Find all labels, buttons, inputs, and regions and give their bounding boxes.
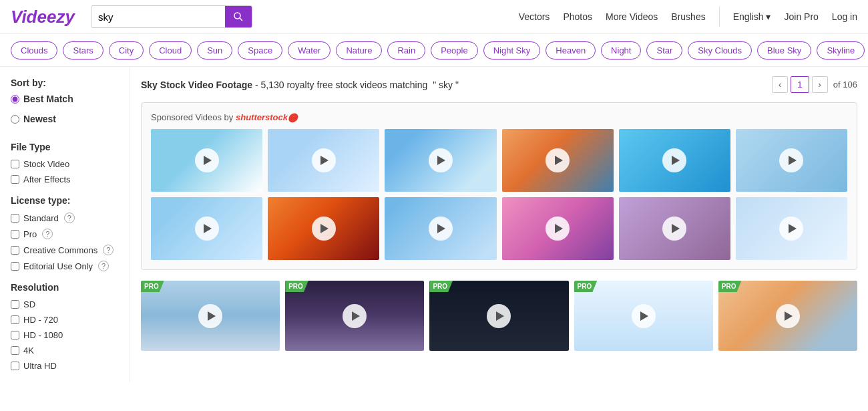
logo: Videezy <box>11 7 75 27</box>
svg-line-1 <box>240 18 242 21</box>
tag-clouds[interactable]: Clouds <box>11 41 57 59</box>
search-term: " sky " <box>433 80 459 90</box>
sort-best-match[interactable]: Best Match <box>11 94 119 104</box>
res-ultra-hd[interactable]: Ultra HD <box>11 361 119 371</box>
editorial-help-icon[interactable]: ? <box>98 261 109 271</box>
play-button-10[interactable] <box>546 217 570 241</box>
tag-cloud[interactable]: Cloud <box>149 41 192 59</box>
login-link[interactable]: Log in <box>832 11 857 22</box>
divider <box>719 7 720 27</box>
nav-brushes[interactable]: Brushes <box>671 11 705 22</box>
sponsored-video-10[interactable] <box>502 197 614 260</box>
pagination-current: 1 <box>791 76 809 93</box>
sponsored-video-12[interactable] <box>736 197 847 260</box>
sponsored-video-8[interactable] <box>268 197 379 260</box>
res-hd1080[interactable]: HD - 1080 <box>11 330 119 340</box>
res-4k[interactable]: 4K <box>11 346 119 356</box>
editorial-checkbox[interactable] <box>11 262 19 271</box>
tag-sun[interactable]: Sun <box>197 41 232 59</box>
pro-badge-3: PRO <box>429 281 453 292</box>
4k-checkbox[interactable] <box>11 346 19 355</box>
play-button-9[interactable] <box>429 217 453 241</box>
tag-stars[interactable]: Stars <box>63 41 103 59</box>
tag-city[interactable]: City <box>109 41 144 59</box>
language-selector[interactable]: English ▾ <box>733 11 771 22</box>
tag-star[interactable]: Star <box>646 41 682 59</box>
play-button-pro-3[interactable] <box>487 304 511 328</box>
nav-photos[interactable]: Photos <box>563 11 592 22</box>
play-button-3[interactable] <box>429 148 453 172</box>
play-button-6[interactable] <box>779 148 803 172</box>
pro-video-3[interactable]: PRO <box>429 281 568 351</box>
creative-commons-help-icon[interactable]: ? <box>103 245 114 255</box>
tag-space[interactable]: Space <box>238 41 282 59</box>
sort-newest-radio[interactable] <box>11 115 19 124</box>
tag-rain[interactable]: Rain <box>387 41 425 59</box>
creative-commons-checkbox[interactable] <box>11 246 19 255</box>
hd720-checkbox[interactable] <box>11 315 19 324</box>
sponsored-video-11[interactable] <box>619 197 730 260</box>
play-button-pro-2[interactable] <box>343 304 367 328</box>
sponsored-video-7[interactable] <box>151 197 262 260</box>
search-button[interactable] <box>225 6 252 27</box>
play-button-8[interactable] <box>312 217 336 241</box>
pro-checkbox[interactable] <box>11 230 19 239</box>
license-standard[interactable]: Standard ? <box>11 213 119 223</box>
sort-newest[interactable]: Newest <box>11 114 119 124</box>
file-after-effects[interactable]: After Effects <box>11 174 119 184</box>
pro-video-2[interactable]: PRO <box>285 281 424 351</box>
tag-skyline[interactable]: Skyline <box>817 41 865 59</box>
file-stock-video[interactable]: Stock Video <box>11 159 119 169</box>
pro-video-1[interactable]: PRO <box>141 281 280 351</box>
tag-water[interactable]: Water <box>288 41 331 59</box>
pro-video-5[interactable]: PRO <box>718 281 857 351</box>
search-input[interactable] <box>91 7 225 27</box>
license-pro[interactable]: Pro ? <box>11 229 119 239</box>
tag-night[interactable]: Night <box>601 41 641 59</box>
play-button-11[interactable] <box>662 217 686 241</box>
join-pro-link[interactable]: Join Pro <box>784 11 818 22</box>
play-button-5[interactable] <box>662 148 686 172</box>
standard-checkbox[interactable] <box>11 214 19 223</box>
tag-blue-sky[interactable]: Blue Sky <box>757 41 811 59</box>
sponsored-video-5[interactable] <box>619 129 730 192</box>
pagination-prev[interactable]: ‹ <box>772 76 788 93</box>
standard-help-icon[interactable]: ? <box>64 213 75 223</box>
pro-badge-2: PRO <box>285 281 308 292</box>
sd-checkbox[interactable] <box>11 300 19 309</box>
svg-point-0 <box>234 13 240 19</box>
play-button-7[interactable] <box>195 217 219 241</box>
sort-best-match-radio[interactable] <box>11 95 19 104</box>
play-button-4[interactable] <box>546 148 570 172</box>
pro-help-icon[interactable]: ? <box>42 229 53 239</box>
play-button-1[interactable] <box>195 148 219 172</box>
pagination-next[interactable]: › <box>812 76 828 93</box>
nav-more-videos[interactable]: More Videos <box>606 11 658 22</box>
sponsored-video-4[interactable] <box>502 129 614 192</box>
nav-vectors[interactable]: Vectors <box>519 11 550 22</box>
play-button-pro-4[interactable] <box>632 304 656 328</box>
license-creative-commons[interactable]: Creative Commons ? <box>11 245 119 255</box>
sponsored-video-9[interactable] <box>385 197 496 260</box>
play-button-pro-5[interactable] <box>776 304 800 328</box>
ultra-hd-checkbox[interactable] <box>11 362 19 370</box>
play-button-pro-1[interactable] <box>198 304 222 328</box>
sponsored-video-3[interactable] <box>385 129 496 192</box>
tag-nature[interactable]: Nature <box>336 41 382 59</box>
tag-heaven[interactable]: Heaven <box>546 41 596 59</box>
sponsored-video-2[interactable] <box>268 129 379 192</box>
res-sd[interactable]: SD <box>11 299 119 309</box>
sponsored-video-6[interactable] <box>736 129 847 192</box>
pro-video-4[interactable]: PRO <box>574 281 713 351</box>
after-effects-checkbox[interactable] <box>11 175 19 184</box>
tag-night-sky[interactable]: Night Sky <box>483 41 541 59</box>
tag-people[interactable]: People <box>431 41 477 59</box>
license-editorial[interactable]: Editorial Use Only ? <box>11 261 119 271</box>
res-hd720[interactable]: HD - 720 <box>11 315 119 325</box>
sponsored-video-1[interactable] <box>151 129 262 192</box>
play-button-12[interactable] <box>779 217 803 241</box>
hd1080-checkbox[interactable] <box>11 331 19 339</box>
stock-video-checkbox[interactable] <box>11 160 19 168</box>
play-button-2[interactable] <box>312 148 336 172</box>
tag-sky-clouds[interactable]: Sky Clouds <box>688 41 752 59</box>
